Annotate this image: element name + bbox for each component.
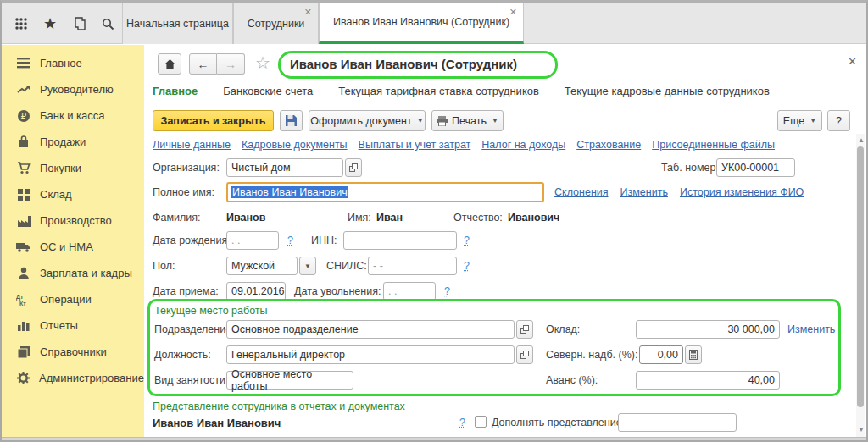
favorites-star-icon[interactable]: ★: [39, 13, 61, 35]
form-tab-main[interactable]: Главное: [153, 85, 198, 97]
home-button[interactable]: [158, 53, 181, 75]
tab-home-page[interactable]: Начальная страница: [122, 3, 233, 44]
org-input[interactable]: Чистый дом: [226, 158, 343, 177]
name-history-link[interactable]: История изменения ФИО: [680, 186, 804, 198]
help-button[interactable]: ?: [827, 110, 850, 131]
middle-name-value: Иванович: [508, 212, 559, 224]
inn-input[interactable]: [343, 231, 457, 250]
first-name-value: Иван: [376, 212, 403, 224]
org-choose-button[interactable]: [345, 158, 362, 177]
calculator-icon[interactable]: [685, 345, 702, 364]
position-input[interactable]: Генеральный директор: [226, 345, 515, 364]
link-income-tax[interactable]: Налог на доходы: [481, 139, 565, 151]
hire-date-value: 09.01.2016: [231, 285, 285, 297]
sidebar-item-reports[interactable]: Отчеты: [2, 312, 144, 339]
link-insurance[interactable]: Страхование: [576, 139, 641, 151]
sidebar-item-administration[interactable]: Администрирование: [2, 365, 144, 391]
employment-type-label: Вид занятости:: [154, 374, 228, 386]
dismissal-date-help[interactable]: ?: [444, 285, 450, 297]
sidebar-item-sales[interactable]: Продажи: [2, 129, 144, 155]
history-icon[interactable]: [68, 13, 90, 35]
department-input[interactable]: Основное подразделение: [226, 320, 515, 339]
augment-representation-checkbox[interactable]: [475, 416, 487, 428]
books-icon: [16, 345, 31, 359]
sidebar-item-bank-cash[interactable]: ₽ Банк и касса: [2, 102, 144, 129]
chevron-down-icon: ▼: [810, 117, 816, 124]
advance-value: 40,00: [748, 374, 775, 386]
gender-select[interactable]: Мужской: [226, 257, 298, 275]
sidebar-item-label: Главное: [40, 57, 82, 69]
tab-close-icon[interactable]: ✕: [509, 8, 517, 17]
link-attached-files[interactable]: Присоединенные файлы: [652, 139, 775, 151]
print-button[interactable]: Печать▼: [431, 110, 504, 131]
department-choose-button[interactable]: [516, 320, 533, 339]
tab-ivanov-employee[interactable]: Иванов Иван Иванович (Сотрудник) ✕: [319, 3, 524, 44]
birth-date-help[interactable]: ?: [287, 235, 293, 246]
tab-employees[interactable]: Сотрудники ✕: [233, 3, 319, 44]
form-tab-bank-accounts[interactable]: Банковские счета: [223, 85, 313, 97]
favorite-star-icon[interactable]: ☆: [255, 52, 270, 73]
save-button[interactable]: [280, 110, 303, 131]
north-bonus-value: 0,00: [658, 349, 678, 361]
tab-number-input[interactable]: УК00-00001: [716, 158, 795, 177]
representation-help[interactable]: ?: [459, 417, 465, 428]
search-icon[interactable]: [97, 13, 119, 35]
salary-input[interactable]: 30 000,00: [636, 320, 780, 339]
dismissal-date-value: . .: [388, 285, 397, 297]
dismissal-date-input[interactable]: . .: [383, 282, 436, 301]
tab-label: Иванов Иван Иванович (Сотрудник): [333, 16, 509, 28]
snils-help[interactable]: ?: [464, 260, 470, 272]
full-name-input[interactable]: Иванов Иван Иванович: [226, 182, 544, 202]
hire-date-input[interactable]: 09.01.2016: [226, 282, 286, 301]
north-bonus-input[interactable]: 0,00: [639, 345, 683, 364]
print-label: Печать: [452, 115, 487, 127]
form-close-icon[interactable]: ✕: [848, 55, 857, 68]
last-name-label: Фамилия:: [153, 212, 201, 224]
menu-grid-icon[interactable]: [10, 13, 32, 35]
inn-help[interactable]: ?: [464, 235, 470, 246]
issue-document-button[interactable]: Оформить документ▼: [309, 110, 426, 131]
sidebar-item-salary-hr[interactable]: Зарплата и кадры: [2, 260, 144, 286]
position-choose-button[interactable]: [516, 345, 533, 364]
tab-close-icon[interactable]: ✕: [304, 8, 312, 17]
more-button[interactable]: Еще▼: [777, 110, 822, 131]
trend-icon: [16, 82, 31, 97]
link-payments-costs[interactable]: Выплаты и учет затрат: [359, 139, 471, 151]
form-tab-current-hr-data[interactable]: Текущие кадровые данные сотрудников: [565, 85, 770, 97]
sidebar-item-purchases[interactable]: Покупки: [2, 155, 144, 181]
tab-number-label: Таб. номер:: [661, 162, 719, 174]
salary-change-link[interactable]: Изменить: [787, 323, 835, 335]
last-name-value: Иванов: [226, 212, 265, 224]
chevron-down-icon: ▼: [492, 117, 498, 124]
birth-date-input[interactable]: . .: [226, 231, 279, 250]
org-label: Организация:: [153, 162, 220, 174]
snils-input[interactable]: - -: [368, 257, 457, 275]
sidebar-item-fixed-assets[interactable]: ОС и НМА: [2, 234, 144, 260]
form-title: Иванов Иван Иванович (Сотрудник): [290, 57, 517, 71]
sidebar-item-directories[interactable]: Справочники: [2, 339, 144, 365]
sidebar-item-production[interactable]: Производство: [2, 207, 144, 234]
scroll-up-icon[interactable]: ▲: [858, 136, 865, 144]
birth-date-label: Дата рождения:: [153, 235, 231, 246]
save-and-close-button[interactable]: Записать и закрыть: [153, 110, 274, 131]
advance-label: Аванс (%):: [546, 374, 598, 386]
nav-history-buttons: ← →: [189, 53, 245, 75]
first-name-label: Имя:: [348, 212, 371, 224]
sidebar-item-manager[interactable]: Руководителю: [2, 76, 144, 102]
employment-type-input[interactable]: Основное место работы: [226, 371, 353, 390]
representation-suffix-input[interactable]: [618, 413, 737, 432]
gender-dropdown-button[interactable]: ▼: [299, 257, 316, 275]
advance-input[interactable]: 40,00: [636, 371, 780, 390]
sidebar-item-operations[interactable]: ДтКт Операции: [2, 286, 144, 312]
scrollbar-thumb[interactable]: [857, 146, 864, 407]
link-hr-documents[interactable]: Кадровые документы: [242, 139, 348, 151]
link-personal-data[interactable]: Личные данные: [153, 139, 231, 151]
sidebar-item-main[interactable]: Главное: [2, 50, 144, 76]
declensions-link[interactable]: Склонения: [554, 186, 609, 198]
sidebar-item-warehouse[interactable]: Склад: [2, 181, 144, 207]
forward-button[interactable]: →: [217, 53, 245, 75]
back-button[interactable]: ←: [189, 53, 217, 75]
scroll-down-icon[interactable]: ▼: [858, 426, 865, 434]
form-tab-current-rate[interactable]: Текущая тарифная ставка сотрудников: [338, 85, 539, 97]
change-name-link[interactable]: Изменить: [620, 186, 668, 198]
